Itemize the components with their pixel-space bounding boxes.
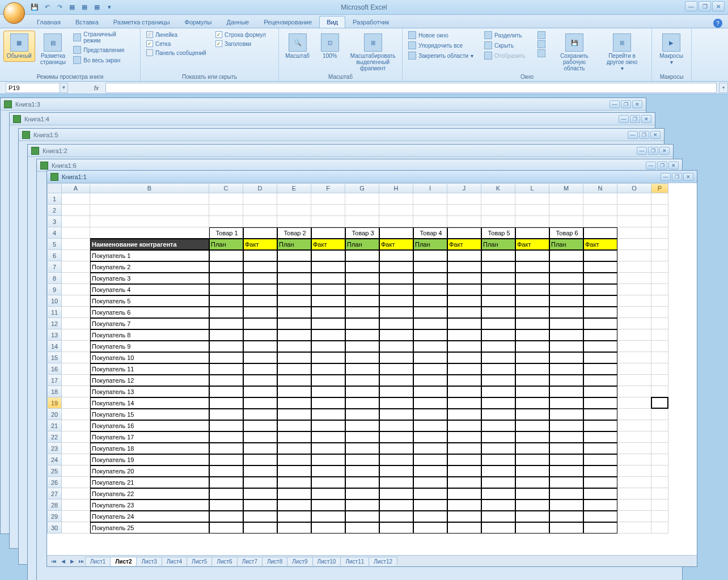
cell[interactable]: [209, 284, 243, 295]
row-header[interactable]: 17: [47, 375, 62, 386]
cell[interactable]: [583, 465, 617, 477]
cell[interactable]: [515, 511, 549, 522]
cell[interactable]: [549, 499, 583, 511]
row-header[interactable]: 13: [47, 329, 62, 341]
row-header[interactable]: 3: [47, 216, 62, 227]
zoom-button[interactable]: 🔍Масштаб: [282, 31, 312, 62]
cell[interactable]: [651, 216, 668, 227]
close-button[interactable]: ✕: [683, 173, 693, 181]
ribbon-tab-Рецензирование[interactable]: Рецензирование: [256, 16, 319, 28]
cell[interactable]: [447, 465, 481, 477]
cell[interactable]: [583, 499, 617, 511]
cell[interactable]: [515, 318, 549, 329]
cell[interactable]: [345, 522, 379, 534]
cell[interactable]: [379, 307, 413, 318]
cell[interactable]: [651, 341, 668, 352]
cell[interactable]: [549, 397, 583, 409]
cell[interactable]: [209, 341, 243, 352]
cell[interactable]: [209, 431, 243, 443]
cell[interactable]: [583, 409, 617, 420]
cell[interactable]: [379, 499, 413, 511]
cell[interactable]: [447, 522, 481, 534]
ruler-checkbox[interactable]: ✓Линейка: [144, 31, 211, 39]
cell[interactable]: [651, 375, 668, 386]
cell[interactable]: [345, 363, 379, 375]
cell[interactable]: [583, 329, 617, 341]
sheet-tab[interactable]: Лист12: [369, 557, 397, 566]
cell[interactable]: [583, 375, 617, 386]
cell[interactable]: [209, 420, 243, 431]
sheet-tab[interactable]: Лист8: [262, 557, 287, 566]
next-sheet-button[interactable]: ▶: [67, 557, 77, 566]
cell[interactable]: [62, 329, 90, 341]
cell[interactable]: [617, 375, 651, 386]
cell[interactable]: [345, 295, 379, 307]
cell[interactable]: [209, 261, 243, 273]
cell[interactable]: [243, 363, 277, 375]
cell[interactable]: [62, 488, 90, 499]
cell[interactable]: [447, 511, 481, 522]
cell[interactable]: Покупатель 15: [90, 409, 209, 420]
row-header[interactable]: 11: [47, 307, 62, 318]
cell[interactable]: [515, 307, 549, 318]
cell[interactable]: [379, 193, 413, 205]
restore-button[interactable]: ❐: [621, 100, 631, 108]
cell[interactable]: [62, 386, 90, 397]
cell[interactable]: [549, 295, 583, 307]
cell[interactable]: [345, 261, 379, 273]
cell[interactable]: [311, 465, 345, 477]
formula-input[interactable]: [105, 83, 717, 93]
cell[interactable]: [617, 397, 651, 409]
cell[interactable]: [651, 397, 668, 409]
cell[interactable]: [243, 488, 277, 499]
restore-button[interactable]: ❐: [639, 131, 649, 139]
column-header[interactable]: H: [379, 183, 413, 193]
prev-sheet-button[interactable]: ◀: [58, 557, 67, 566]
cell[interactable]: [62, 352, 90, 363]
cell[interactable]: [583, 420, 617, 431]
row-header[interactable]: 19: [47, 397, 62, 409]
cell[interactable]: [617, 522, 651, 534]
cell[interactable]: [413, 284, 447, 295]
minimize-button[interactable]: —: [661, 173, 671, 181]
cell[interactable]: [515, 488, 549, 499]
cell[interactable]: [345, 216, 379, 227]
cell[interactable]: [583, 363, 617, 375]
cell[interactable]: [617, 499, 651, 511]
column-header[interactable]: P: [651, 183, 668, 193]
cell[interactable]: [277, 375, 311, 386]
cell[interactable]: [481, 205, 515, 216]
sheet-tab[interactable]: Лист4: [162, 557, 187, 566]
cell[interactable]: [515, 499, 549, 511]
cell[interactable]: [583, 261, 617, 273]
cell[interactable]: [277, 273, 311, 284]
cell[interactable]: [413, 318, 447, 329]
cell[interactable]: [413, 329, 447, 341]
cell[interactable]: [583, 443, 617, 454]
cell[interactable]: Товар 4: [413, 227, 447, 239]
cell[interactable]: [413, 216, 447, 227]
cell[interactable]: Покупатель 9: [90, 341, 209, 352]
cell[interactable]: [651, 329, 668, 341]
cell[interactable]: [413, 454, 447, 465]
cell[interactable]: [277, 363, 311, 375]
row-header[interactable]: 21: [47, 420, 62, 431]
cell[interactable]: [481, 352, 515, 363]
cell[interactable]: [345, 273, 379, 284]
column-header[interactable]: I: [413, 183, 447, 193]
cell[interactable]: [277, 488, 311, 499]
row-header[interactable]: 24: [47, 454, 62, 465]
cell[interactable]: Покупатель 17: [90, 431, 209, 443]
ribbon-tab-Вставка[interactable]: Вставка: [68, 16, 106, 28]
cell[interactable]: [379, 318, 413, 329]
cell[interactable]: [447, 488, 481, 499]
cell[interactable]: [549, 477, 583, 488]
cell[interactable]: [583, 205, 617, 216]
cell[interactable]: [90, 216, 209, 227]
cell[interactable]: [243, 261, 277, 273]
row-header[interactable]: 29: [47, 511, 62, 522]
freeze-panes-button[interactable]: Закрепить области ▾: [406, 51, 480, 60]
cell[interactable]: [243, 397, 277, 409]
cell[interactable]: [447, 318, 481, 329]
minimize-button[interactable]: —: [610, 100, 620, 108]
